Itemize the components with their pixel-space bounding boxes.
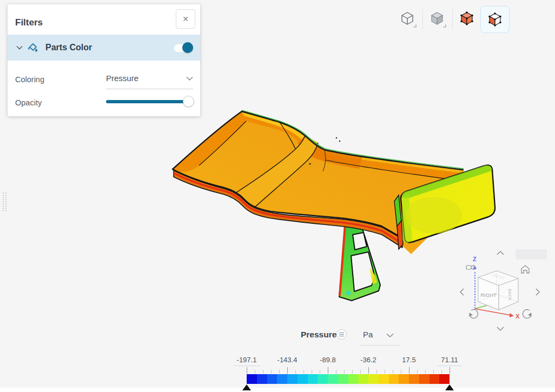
coloring-label: Coloring	[15, 75, 44, 84]
scale-tick	[450, 367, 450, 374]
scale-tick	[433, 370, 434, 374]
scale-tick	[344, 370, 345, 374]
close-button[interactable]: ✕	[176, 9, 195, 29]
opacity-slider-knob[interactable]	[183, 96, 194, 107]
surface-dot	[309, 163, 310, 164]
scale-tick	[425, 370, 426, 374]
coloring-dropdown[interactable]: Pressure	[106, 74, 138, 83]
opacity-label: Opacity	[15, 98, 42, 107]
scale-tick	[368, 367, 369, 374]
scale-tick	[271, 370, 272, 374]
rotate-cw-arrowhead	[528, 313, 532, 316]
section-label: Parts Color	[45, 43, 92, 52]
view-cube[interactable]: RIGHT BACK FRONT	[478, 271, 518, 310]
scale-tick	[336, 370, 336, 374]
surface-dot	[339, 141, 341, 142]
scale-tick	[287, 367, 288, 374]
chevron-down-icon[interactable]	[186, 76, 193, 81]
scale-tick	[263, 370, 263, 374]
x-axis	[475, 309, 511, 315]
chevron-down-icon	[16, 45, 23, 50]
scale-tick	[279, 370, 280, 374]
scale-tick	[303, 370, 304, 374]
panel-drag-handle[interactable]	[3, 192, 8, 212]
panel-title: Filters	[15, 17, 43, 28]
paint-bucket-icon	[28, 42, 39, 53]
filters-panel: Filters ✕ Parts Color Coloring Pressure …	[8, 4, 200, 116]
scale-tick	[352, 370, 353, 374]
colorbar	[247, 374, 450, 384]
x-axis-label: X	[516, 313, 520, 320]
legend-menu-button[interactable]	[336, 329, 347, 340]
home-view-icon[interactable]	[521, 265, 529, 273]
rotate-up-chevron[interactable]	[497, 251, 504, 255]
surface-dot	[336, 137, 338, 139]
dropdown-underline	[106, 89, 193, 89]
scale-tick	[247, 367, 247, 374]
rotate-ccw-arrowhead	[469, 313, 473, 316]
scale-tick-label: -89.8	[320, 356, 336, 364]
scale-limit-value[interactable]: 71.11	[438, 356, 461, 366]
close-icon: ✕	[182, 15, 189, 23]
scale-tick	[360, 370, 361, 374]
legend-field-label: Pressure	[301, 330, 336, 340]
scale-tick-label: -36.2	[360, 356, 376, 364]
scale-tick	[328, 367, 328, 374]
rotate-left-chevron[interactable]	[460, 289, 464, 295]
camera-icon	[466, 265, 474, 270]
color-scale: -197.1-143.4-89.8-36.217.571.11	[247, 356, 450, 391]
scale-tick	[409, 367, 409, 374]
scale-tick	[376, 370, 377, 374]
scale-tick	[385, 370, 385, 374]
scale-tick	[320, 370, 320, 374]
parts-color-section[interactable]: Parts Color	[8, 35, 200, 61]
scale-tick	[417, 370, 418, 374]
rotate-right-chevron[interactable]	[536, 289, 539, 295]
unit-underline	[360, 345, 400, 346]
legend-unit-dropdown[interactable]: Pa	[363, 330, 373, 339]
rotate-down-chevron[interactable]	[497, 327, 504, 330]
view-navigation-gizmo[interactable]: Z Y X RIGHT BACK FRONT	[453, 244, 548, 337]
view-cube-face-label-right: RIGHT	[480, 292, 497, 298]
z-axis-label: Z	[473, 256, 477, 262]
strut	[339, 223, 380, 301]
opacity-slider[interactable]	[106, 100, 188, 103]
toggle-knob	[182, 42, 193, 53]
range-max-handle[interactable]	[445, 384, 454, 390]
x-axis-arrow	[510, 313, 514, 317]
scale-tick	[312, 370, 312, 374]
view-cube-face-label-back: BACK	[507, 289, 512, 301]
chevron-down-icon[interactable]	[386, 333, 394, 338]
scale-tick	[393, 370, 393, 374]
scale-tick-label: 17.5	[402, 356, 415, 364]
parts-color-toggle[interactable]	[174, 44, 193, 52]
scale-tick	[255, 370, 255, 374]
scale-tick	[295, 370, 296, 374]
scale-tick-label: -143.4	[278, 356, 298, 364]
scale-tick	[441, 370, 442, 374]
scale-limit-value[interactable]: -197.1	[234, 356, 260, 366]
range-min-handle[interactable]	[242, 384, 251, 390]
scale-tick	[401, 370, 401, 374]
